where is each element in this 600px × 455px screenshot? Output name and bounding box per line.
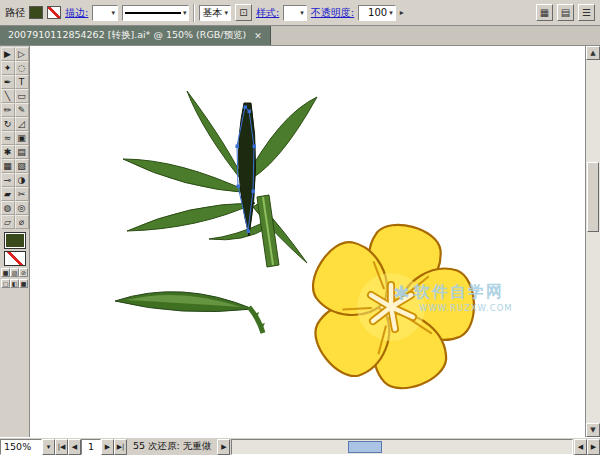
style-dropdown[interactable]: ▾ xyxy=(283,5,307,21)
fill-swatch[interactable] xyxy=(4,232,26,249)
screen-mode-normal-button[interactable]: ▢ xyxy=(1,279,10,288)
scissors-tool[interactable]: ✂ xyxy=(15,187,29,201)
line-tool[interactable]: ╲ xyxy=(1,89,15,103)
free-transform-tool[interactable]: ▣ xyxy=(15,131,29,145)
first-page-button[interactable]: |◀ xyxy=(55,439,68,455)
vertical-scroll-thumb[interactable] xyxy=(587,162,599,232)
menu-panel-icon[interactable]: ☰ xyxy=(578,4,595,21)
stroke-none-chip[interactable] xyxy=(47,6,61,19)
chevron-down-icon: ▾ xyxy=(300,9,304,17)
pencil-tool[interactable]: ✎ xyxy=(15,103,29,117)
last-page-button[interactable]: ▶| xyxy=(114,439,127,455)
opacity-field[interactable]: 100▾ xyxy=(358,5,396,21)
stroke-weight-dropdown[interactable]: ▾ xyxy=(92,5,118,21)
gradient-mode-button[interactable]: ▨ xyxy=(10,268,19,277)
lasso-tool[interactable]: ◌ xyxy=(15,61,29,75)
lower-leaf[interactable] xyxy=(115,292,265,333)
paintbrush-tool[interactable]: ✏ xyxy=(1,103,15,117)
screen-mode-full-button[interactable]: ■ xyxy=(19,279,28,288)
artwork-canvas[interactable] xyxy=(30,46,585,437)
symbol-sprayer-tool[interactable]: ✱ xyxy=(1,145,15,159)
scroll-up-icon[interactable]: ▲ xyxy=(586,46,600,60)
zoom-dropdown-icon[interactable]: ▾ xyxy=(42,439,55,455)
stroke-swatch[interactable] xyxy=(4,251,26,266)
document-tab[interactable]: 2007910112854262 [转换].ai* @ 150% (RGB/预览… xyxy=(0,26,271,45)
brush-style-dropdown[interactable]: ▾ xyxy=(122,5,190,21)
type-tool[interactable]: T xyxy=(15,75,29,89)
separator xyxy=(193,4,195,22)
horizontal-scroll-thumb[interactable] xyxy=(348,441,382,453)
eyedropper-tool[interactable]: ⊸ xyxy=(1,173,15,187)
blend-tool[interactable]: ◑ xyxy=(15,173,29,187)
slice-tool[interactable]: ▰ xyxy=(1,187,15,201)
scroll-down-icon[interactable]: ▼ xyxy=(586,423,600,437)
zoom-tool[interactable]: ◎ xyxy=(15,201,29,215)
none-mode-button[interactable]: ⊘ xyxy=(19,268,28,277)
vertical-scrollbar[interactable]: ▲ ▼ xyxy=(585,46,600,437)
page-number-field[interactable]: 1 xyxy=(81,439,101,455)
mini-row-2: ▢◧■ xyxy=(1,279,28,288)
next-page-button[interactable]: ▶ xyxy=(101,439,114,455)
pen-tool[interactable]: ✒ xyxy=(1,75,15,89)
caret-right-icon[interactable]: ▸ xyxy=(400,8,404,17)
stroke-style-preview xyxy=(125,12,181,14)
flower[interactable] xyxy=(302,218,476,398)
prev-page-button[interactable]: ◀ xyxy=(68,439,81,455)
canvas[interactable]: ✱ 软件自学网 WWW.RUZXW.COM xyxy=(30,46,585,437)
scale-tool[interactable]: ◿ xyxy=(15,117,29,131)
direct-selection-tool[interactable]: ▷ xyxy=(15,47,29,61)
magic-wand-tool[interactable]: ✦ xyxy=(1,61,15,75)
grid-panel-icon[interactable]: ▦ xyxy=(536,4,553,21)
fill-color-chip[interactable] xyxy=(29,6,43,19)
horizontal-scroll-track[interactable] xyxy=(231,439,573,455)
rotate-tool[interactable]: ↻ xyxy=(1,117,15,131)
opacity-value[interactable]: 100 xyxy=(361,7,387,18)
close-icon[interactable]: ✕ xyxy=(254,31,262,41)
rectangle-tool[interactable]: ▭ xyxy=(15,89,29,103)
vertical-scroll-track[interactable] xyxy=(586,60,600,423)
measure-tool[interactable]: ⌀ xyxy=(15,215,29,229)
tool-grid: ▶▷✦◌✒T╲▭✏✎↻◿≈▣✱▤▦▧⊸◑▰✂◍◎▱⌀ xyxy=(1,47,29,229)
swatch-area xyxy=(4,232,26,266)
mesh-tool[interactable]: ▦ xyxy=(1,159,15,173)
warp-tool[interactable]: ≈ xyxy=(1,131,15,145)
chevron-down-icon: ▾ xyxy=(224,9,228,17)
hand-tool[interactable]: ◍ xyxy=(1,201,15,215)
gradient-tool[interactable]: ▧ xyxy=(15,159,29,173)
status-bar: 150% ▾ |◀ ◀ 1 ▶ ▶| 55 次还原: 无重做 ▶ ◀ ▶ xyxy=(0,437,600,455)
artwork-group xyxy=(115,91,476,397)
chevron-down-icon: ▾ xyxy=(389,9,393,17)
tools-panel: ▶▷✦◌✒T╲▭✏✎↻◿≈▣✱▤▦▧⊸◑▰✂◍◎▱⌀ ■▨⊘ ▢◧■ xyxy=(0,46,30,437)
appearance-value: 基本 xyxy=(202,6,222,20)
mini-row-1: ■▨⊘ xyxy=(1,268,28,277)
chevron-down-icon: ▾ xyxy=(111,9,115,17)
illustrator-window: 路径 描边: ▾ ▾ 基本▾ ⊡ 样式: ▾ 不透明度: 100▾ ▸ ▦ ▤ … xyxy=(0,0,600,455)
opacity-link[interactable]: 不透明度: xyxy=(311,6,354,20)
screen-mode-menu-button[interactable]: ◧ xyxy=(10,279,19,288)
stroke-link[interactable]: 描边: xyxy=(65,6,88,20)
scroll-right-icon[interactable]: ▶ xyxy=(587,439,600,455)
new-style-button[interactable]: ⊡ xyxy=(235,4,252,21)
style-link[interactable]: 样式: xyxy=(256,6,279,20)
status-menu-icon[interactable]: ▶ xyxy=(217,439,230,455)
color-mode-button[interactable]: ■ xyxy=(1,268,10,277)
scroll-left-icon[interactable]: ◀ xyxy=(574,439,587,455)
status-text: 55 次还原: 无重做 xyxy=(127,440,217,453)
context-label: 路径 xyxy=(5,6,25,20)
appearance-dropdown[interactable]: 基本▾ xyxy=(199,5,231,21)
chevron-down-icon: ▾ xyxy=(183,9,187,17)
rows-panel-icon[interactable]: ▤ xyxy=(557,4,574,21)
page-tool[interactable]: ▱ xyxy=(1,215,15,229)
zoom-field[interactable]: 150% xyxy=(0,439,42,455)
selection-tool[interactable]: ▶ xyxy=(1,47,15,61)
tab-bar: 2007910112854262 [转换].ai* @ 150% (RGB/预览… xyxy=(0,26,600,46)
options-bar: 路径 描边: ▾ ▾ 基本▾ ⊡ 样式: ▾ 不透明度: 100▾ ▸ ▦ ▤ … xyxy=(0,0,600,26)
graph-tool[interactable]: ▤ xyxy=(15,145,29,159)
document-title: 2007910112854262 [转换].ai* @ 150% (RGB/预览… xyxy=(8,29,246,42)
leaf-cluster[interactable] xyxy=(123,91,317,267)
